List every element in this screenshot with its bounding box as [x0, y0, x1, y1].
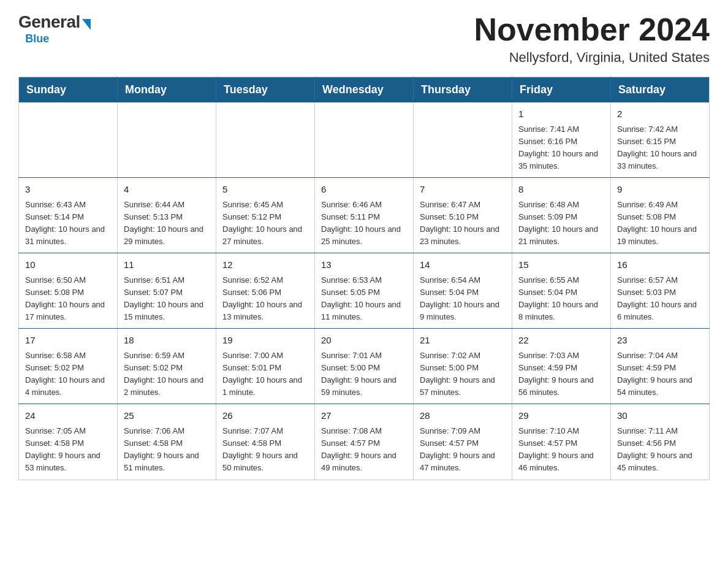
day-number: 27: [321, 409, 407, 423]
day-info: Sunrise: 7:05 AMSunset: 4:58 PMDaylight:…: [25, 425, 111, 475]
day-info: Sunrise: 7:00 AMSunset: 5:01 PMDaylight:…: [222, 350, 308, 399]
calendar-cell: 15Sunrise: 6:55 AMSunset: 5:04 PMDayligh…: [512, 253, 611, 329]
day-info: Sunrise: 7:08 AMSunset: 4:57 PMDaylight:…: [321, 425, 407, 475]
calendar-table: SundayMondayTuesdayWednesdayThursdayFrid…: [18, 77, 710, 480]
day-info: Sunrise: 7:02 AMSunset: 5:00 PMDaylight:…: [420, 350, 506, 399]
calendar-week-row: 17Sunrise: 6:58 AMSunset: 5:02 PMDayligh…: [19, 329, 710, 404]
day-number: 2: [617, 107, 703, 121]
day-info: Sunrise: 7:11 AMSunset: 4:56 PMDaylight:…: [617, 425, 703, 475]
calendar-cell: 23Sunrise: 7:04 AMSunset: 4:59 PMDayligh…: [611, 329, 710, 404]
calendar-cell: 14Sunrise: 6:54 AMSunset: 5:04 PMDayligh…: [414, 253, 512, 329]
calendar-cell: 7Sunrise: 6:47 AMSunset: 5:10 PMDaylight…: [414, 178, 512, 253]
day-number: 22: [518, 334, 604, 348]
calendar-cell: 9Sunrise: 6:49 AMSunset: 5:08 PMDaylight…: [611, 178, 710, 253]
day-info: Sunrise: 6:59 AMSunset: 5:02 PMDaylight:…: [124, 350, 210, 399]
day-info: Sunrise: 6:47 AMSunset: 5:10 PMDaylight:…: [420, 199, 506, 248]
day-info: Sunrise: 6:53 AMSunset: 5:05 PMDaylight:…: [321, 274, 407, 324]
day-number: 11: [124, 258, 210, 272]
page-header: General Blue November 2024 Nellysford, V…: [18, 12, 710, 66]
day-number: 30: [617, 409, 703, 423]
day-header-friday: Friday: [512, 77, 611, 103]
day-header-tuesday: Tuesday: [216, 77, 315, 103]
calendar-week-row: 1Sunrise: 7:41 AMSunset: 6:16 PMDaylight…: [19, 102, 710, 178]
day-info: Sunrise: 7:42 AMSunset: 6:15 PMDaylight:…: [617, 123, 703, 173]
day-info: Sunrise: 6:51 AMSunset: 5:07 PMDaylight:…: [124, 274, 210, 324]
calendar-cell: 25Sunrise: 7:06 AMSunset: 4:58 PMDayligh…: [118, 404, 216, 480]
day-info: Sunrise: 7:06 AMSunset: 4:58 PMDaylight:…: [124, 425, 210, 475]
day-number: 18: [124, 334, 210, 348]
day-number: 10: [25, 258, 111, 272]
day-info: Sunrise: 6:44 AMSunset: 5:13 PMDaylight:…: [124, 199, 210, 248]
calendar-cell: 17Sunrise: 6:58 AMSunset: 5:02 PMDayligh…: [19, 329, 118, 404]
day-number: 1: [518, 107, 604, 121]
day-number: 17: [25, 334, 111, 348]
calendar-cell: 29Sunrise: 7:10 AMSunset: 4:57 PMDayligh…: [512, 404, 611, 480]
day-info: Sunrise: 6:50 AMSunset: 5:08 PMDaylight:…: [25, 274, 111, 324]
logo-arrow-icon: [82, 19, 91, 30]
logo-blue: Blue: [25, 33, 49, 45]
calendar-cell: 27Sunrise: 7:08 AMSunset: 4:57 PMDayligh…: [315, 404, 414, 480]
calendar-cell: 18Sunrise: 6:59 AMSunset: 5:02 PMDayligh…: [118, 329, 216, 404]
calendar-cell: 3Sunrise: 6:43 AMSunset: 5:14 PMDaylight…: [19, 178, 118, 253]
day-header-wednesday: Wednesday: [315, 77, 414, 103]
calendar-cell: 19Sunrise: 7:00 AMSunset: 5:01 PMDayligh…: [216, 329, 315, 404]
day-info: Sunrise: 7:03 AMSunset: 4:59 PMDaylight:…: [518, 350, 604, 399]
day-number: 24: [25, 409, 111, 423]
day-number: 13: [321, 258, 407, 272]
day-info: Sunrise: 6:58 AMSunset: 5:02 PMDaylight:…: [25, 350, 111, 399]
day-number: 12: [222, 258, 308, 272]
logo: General Blue: [18, 12, 91, 49]
day-number: 23: [617, 334, 703, 348]
day-number: 19: [222, 334, 308, 348]
day-number: 8: [518, 183, 604, 197]
calendar-cell: 21Sunrise: 7:02 AMSunset: 5:00 PMDayligh…: [414, 329, 512, 404]
day-info: Sunrise: 6:43 AMSunset: 5:14 PMDaylight:…: [25, 199, 111, 248]
calendar-cell: 8Sunrise: 6:48 AMSunset: 5:09 PMDaylight…: [512, 178, 611, 253]
day-number: 26: [222, 409, 308, 423]
day-info: Sunrise: 6:46 AMSunset: 5:11 PMDaylight:…: [321, 199, 407, 248]
calendar-cell: 12Sunrise: 6:52 AMSunset: 5:06 PMDayligh…: [216, 253, 315, 329]
calendar-cell: 26Sunrise: 7:07 AMSunset: 4:58 PMDayligh…: [216, 404, 315, 480]
day-info: Sunrise: 7:04 AMSunset: 4:59 PMDaylight:…: [617, 350, 703, 399]
calendar-cell: 6Sunrise: 6:46 AMSunset: 5:11 PMDaylight…: [315, 178, 414, 253]
day-number: 21: [420, 334, 506, 348]
calendar-cell: [118, 102, 216, 178]
title-area: November 2024 Nellysford, Virginia, Unit…: [474, 12, 710, 66]
day-info: Sunrise: 7:10 AMSunset: 4:57 PMDaylight:…: [518, 425, 604, 475]
logo-blue-label: [20, 29, 24, 49]
location: Nellysford, Virginia, United States: [474, 50, 710, 66]
calendar-week-row: 10Sunrise: 6:50 AMSunset: 5:08 PMDayligh…: [19, 253, 710, 329]
calendar-week-row: 24Sunrise: 7:05 AMSunset: 4:58 PMDayligh…: [19, 404, 710, 480]
day-number: 20: [321, 334, 407, 348]
day-number: 15: [518, 258, 604, 272]
calendar-cell: [19, 102, 118, 178]
calendar-cell: 24Sunrise: 7:05 AMSunset: 4:58 PMDayligh…: [19, 404, 118, 480]
day-number: 6: [321, 183, 407, 197]
calendar-cell: 30Sunrise: 7:11 AMSunset: 4:56 PMDayligh…: [611, 404, 710, 480]
day-info: Sunrise: 7:41 AMSunset: 6:16 PMDaylight:…: [518, 123, 604, 173]
calendar-cell: 20Sunrise: 7:01 AMSunset: 5:00 PMDayligh…: [315, 329, 414, 404]
day-number: 25: [124, 409, 210, 423]
month-title: November 2024: [474, 12, 710, 47]
calendar-cell: 1Sunrise: 7:41 AMSunset: 6:16 PMDaylight…: [512, 102, 611, 178]
calendar-cell: [216, 102, 315, 178]
calendar-cell: 22Sunrise: 7:03 AMSunset: 4:59 PMDayligh…: [512, 329, 611, 404]
day-info: Sunrise: 6:52 AMSunset: 5:06 PMDaylight:…: [222, 274, 308, 324]
day-info: Sunrise: 6:45 AMSunset: 5:12 PMDaylight:…: [222, 199, 308, 248]
day-info: Sunrise: 6:54 AMSunset: 5:04 PMDaylight:…: [420, 274, 506, 324]
day-info: Sunrise: 7:01 AMSunset: 5:00 PMDaylight:…: [321, 350, 407, 399]
calendar-cell: 28Sunrise: 7:09 AMSunset: 4:57 PMDayligh…: [414, 404, 512, 480]
day-info: Sunrise: 7:09 AMSunset: 4:57 PMDaylight:…: [420, 425, 506, 475]
calendar-cell: [315, 102, 414, 178]
day-info: Sunrise: 6:49 AMSunset: 5:08 PMDaylight:…: [617, 199, 703, 248]
calendar-cell: [414, 102, 512, 178]
day-number: 5: [222, 183, 308, 197]
day-header-thursday: Thursday: [414, 77, 512, 103]
day-info: Sunrise: 6:48 AMSunset: 5:09 PMDaylight:…: [518, 199, 604, 248]
day-number: 4: [124, 183, 210, 197]
calendar-cell: 5Sunrise: 6:45 AMSunset: 5:12 PMDaylight…: [216, 178, 315, 253]
calendar-header-row: SundayMondayTuesdayWednesdayThursdayFrid…: [19, 77, 710, 103]
day-info: Sunrise: 6:55 AMSunset: 5:04 PMDaylight:…: [518, 274, 604, 324]
day-header-sunday: Sunday: [19, 77, 118, 103]
day-info: Sunrise: 6:57 AMSunset: 5:03 PMDaylight:…: [617, 274, 703, 324]
